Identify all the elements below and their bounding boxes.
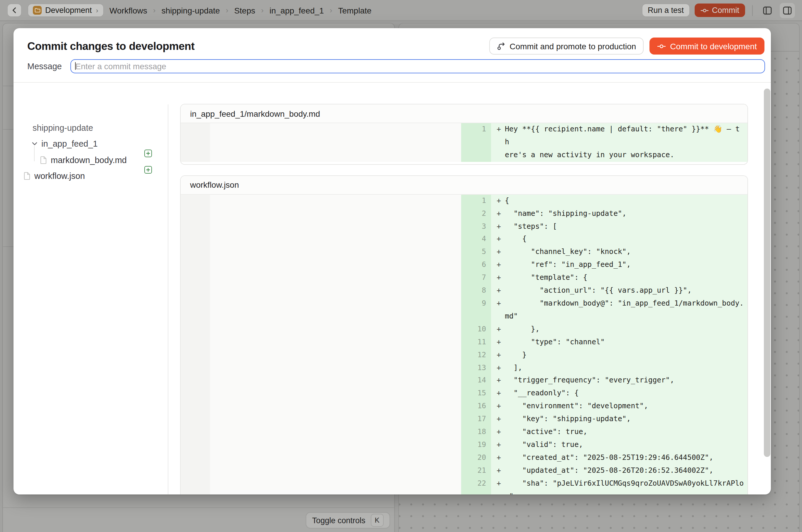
breadcrumb-item[interactable]: Template bbox=[338, 5, 372, 15]
toggle-controls-button[interactable]: Toggle controls K bbox=[306, 512, 390, 529]
diff-body: 1+{2+ "name": "shipping-update",3+ "step… bbox=[181, 194, 747, 494]
new-line-number: 13 bbox=[461, 362, 491, 375]
old-line-content bbox=[210, 439, 461, 452]
diff-code-text: { bbox=[505, 194, 747, 207]
diff-line-row: 17+ "key": "shipping-update", bbox=[181, 413, 747, 426]
commit-message-input[interactable] bbox=[70, 59, 765, 73]
diff-add-sign: + bbox=[491, 336, 505, 349]
diff-code-text: "template": { bbox=[505, 271, 747, 284]
diff-add-sign: + bbox=[491, 439, 505, 452]
commit-to-development-button[interactable]: Commit to development bbox=[650, 38, 764, 55]
diff-code-text: "name": "shipping-update", bbox=[505, 207, 747, 220]
diff-code-text: "channel_key": "knock", bbox=[505, 246, 747, 259]
diff-add-sign: + bbox=[491, 387, 505, 400]
old-line-gutter bbox=[181, 323, 210, 336]
environment-switcher[interactable]: Development › bbox=[27, 3, 104, 17]
new-line-content: + "trigger_frequency": "every_trigger", bbox=[491, 375, 747, 387]
diff-line-row: 18+ "active": true, bbox=[181, 426, 747, 439]
old-line-gutter bbox=[181, 336, 210, 349]
toolbar-divider bbox=[752, 5, 753, 16]
tree-root-label: shipping-update bbox=[33, 123, 93, 132]
diff-add-sign: + bbox=[491, 207, 505, 220]
commit-button[interactable]: Commit bbox=[694, 3, 745, 17]
diff-add-sign: + bbox=[491, 375, 505, 387]
old-line-gutter bbox=[181, 387, 210, 400]
old-line-content bbox=[210, 271, 461, 284]
diff-code-text: ], bbox=[505, 362, 747, 375]
tree-folder-item[interactable]: in_app_feed_1 bbox=[31, 137, 98, 150]
added-file-badge[interactable] bbox=[144, 166, 152, 173]
diff-code-text: "environment": "development", bbox=[505, 400, 747, 413]
dialog-scrollbar-thumb[interactable] bbox=[764, 89, 770, 457]
diff-code-text: } bbox=[505, 349, 747, 362]
old-line-content bbox=[210, 349, 461, 362]
diff-line-row: 3+ "steps": [ bbox=[181, 220, 747, 233]
tree-file-item[interactable]: workflow.json bbox=[23, 170, 85, 183]
old-line-content bbox=[210, 323, 461, 336]
breadcrumb-items: Workflows›shipping-update›Steps›in_app_f… bbox=[109, 5, 371, 15]
diff-code-text: "steps": [ bbox=[505, 220, 747, 233]
run-test-label: Run a test bbox=[648, 6, 684, 15]
new-line-content: + "valid": true, bbox=[491, 439, 747, 452]
breadcrumb-item[interactable]: Workflows bbox=[109, 5, 147, 15]
plus-icon bbox=[146, 151, 150, 155]
diff-add-sign: + bbox=[491, 233, 505, 246]
diff-code-text: "markdown_body@": "in_app_feed_1/markdow… bbox=[505, 297, 747, 323]
breadcrumb: Development › Workflows›shipping-update›… bbox=[7, 3, 371, 17]
commit-dialog: Commit changes to development Commit and… bbox=[13, 28, 771, 494]
new-line-number: 17 bbox=[461, 413, 491, 426]
breadcrumb-item[interactable]: shipping-update bbox=[161, 5, 220, 15]
diff-line-row: 21+ "updated_at": "2025-08-26T20:26:52.3… bbox=[181, 464, 747, 477]
old-line-gutter bbox=[181, 439, 210, 452]
message-label: Message bbox=[27, 61, 70, 71]
new-line-number: 7 bbox=[461, 271, 491, 284]
diff-add-sign: + bbox=[491, 362, 505, 375]
dialog-body: shipping-update in_app_feed_1 markdown_b… bbox=[13, 83, 771, 494]
tree-file-item[interactable]: markdown_body.md bbox=[40, 153, 127, 166]
new-line-number: 8 bbox=[461, 284, 491, 297]
diff-code-text: "action_url": "{{ vars.app_url }}", bbox=[505, 284, 747, 297]
file-icon bbox=[40, 156, 46, 164]
new-line-number: 1 bbox=[461, 123, 491, 162]
breadcrumb-item[interactable]: Steps bbox=[234, 5, 255, 15]
new-line-number: 11 bbox=[461, 336, 491, 349]
diff-add-sign: + bbox=[491, 477, 505, 490]
run-test-button[interactable]: Run a test bbox=[642, 3, 690, 17]
toggle-left-panel-button[interactable] bbox=[760, 3, 775, 18]
new-line-content: + "sha": "pJeLVir6xIlUCMGqs9qroZoUAVDSwA… bbox=[491, 477, 747, 494]
toggle-right-panel-button[interactable] bbox=[780, 3, 795, 18]
chevron-down-icon bbox=[31, 141, 37, 147]
new-line-number: 5 bbox=[461, 246, 491, 259]
old-line-content bbox=[210, 464, 461, 477]
tree-file-label: markdown_body.md bbox=[51, 155, 127, 165]
new-line-content: + "environment": "development", bbox=[491, 400, 747, 413]
new-line-content: + "action_url": "{{ vars.app_url }}", bbox=[491, 284, 747, 297]
old-line-gutter bbox=[181, 271, 210, 284]
diff-line-row: 11+ "type": "channel" bbox=[181, 336, 747, 349]
breadcrumb-separator: › bbox=[226, 6, 228, 15]
diff-code-text: "key": "shipping-update", bbox=[505, 413, 747, 426]
diff-code-text: "valid": true, bbox=[505, 439, 747, 452]
diff-add-sign: + bbox=[491, 323, 505, 336]
new-line-content: + }, bbox=[491, 323, 747, 336]
old-line-content bbox=[210, 123, 461, 162]
diff-line-row: 7+ "template": { bbox=[181, 271, 747, 284]
new-line-number: 19 bbox=[461, 439, 491, 452]
breadcrumb-item[interactable]: in_app_feed_1 bbox=[269, 5, 324, 15]
promote-icon bbox=[497, 42, 505, 51]
new-line-content: + "markdown_body@": "in_app_feed_1/markd… bbox=[491, 297, 747, 323]
diff-line-row: 8+ "action_url": "{{ vars.app_url }}", bbox=[181, 284, 747, 297]
diff-add-sign: + bbox=[491, 452, 505, 464]
new-line-number: 20 bbox=[461, 452, 491, 464]
chevron-left-icon bbox=[11, 7, 18, 14]
new-line-content: + "__readonly": { bbox=[491, 387, 747, 400]
old-line-content bbox=[210, 207, 461, 220]
added-file-badge[interactable] bbox=[144, 150, 152, 157]
diff-code-text: "active": true, bbox=[505, 426, 747, 439]
commit-and-promote-button[interactable]: Commit and promote to production bbox=[489, 38, 644, 55]
panel-left-icon bbox=[763, 5, 772, 15]
back-button[interactable] bbox=[7, 3, 22, 17]
dialog-title: Commit changes to development bbox=[27, 40, 194, 53]
new-line-content: + "key": "shipping-update", bbox=[491, 413, 747, 426]
new-line-content: + "updated_at": "2025-08-26T20:26:52.364… bbox=[491, 464, 747, 477]
